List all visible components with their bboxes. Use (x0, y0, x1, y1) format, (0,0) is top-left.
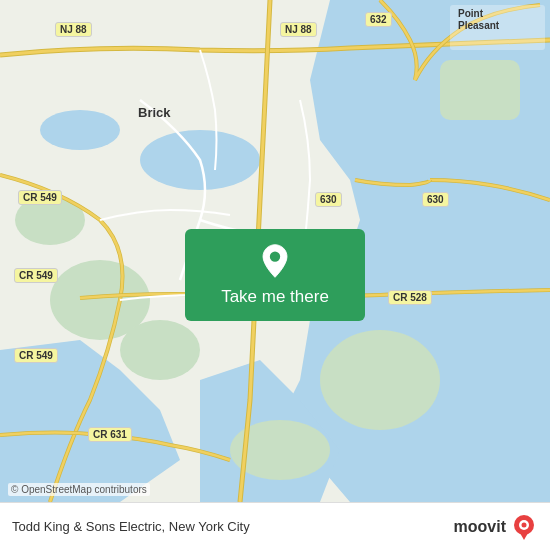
take-me-there-button[interactable]: Take me there (185, 229, 365, 321)
svg-point-8 (320, 330, 440, 430)
town-label-brick: Brick (138, 105, 171, 120)
road-label-nj88-left: NJ 88 (55, 22, 92, 37)
business-name: Todd King & Sons Electric, New York City (12, 519, 250, 534)
road-label-cr549-1: CR 549 (18, 190, 62, 205)
moovit-logo-text: moovit (454, 518, 506, 536)
road-label-cr549-2: CR 549 (14, 268, 58, 283)
road-label-632: 632 (365, 12, 392, 27)
moovit-logo-icon (510, 513, 538, 541)
town-label-point-pleasant: PointPleasant (458, 8, 499, 32)
svg-marker-17 (520, 533, 528, 540)
bottom-bar: Todd King & Sons Electric, New York City… (0, 502, 550, 550)
road-label-nj88-right: NJ 88 (280, 22, 317, 37)
road-label-cr528-right: CR 528 (388, 290, 432, 305)
svg-point-5 (40, 110, 120, 150)
map-pin-icon (257, 243, 293, 279)
svg-rect-11 (440, 60, 520, 120)
svg-point-7 (120, 320, 200, 380)
road-label-630-right: 630 (422, 192, 449, 207)
road-label-cr549-3: CR 549 (14, 348, 58, 363)
map-container: NJ 88 NJ 88 CR 549 CR 549 CR 549 CR 528 … (0, 0, 550, 550)
svg-point-13 (270, 252, 280, 262)
moovit-logo: moovit (454, 513, 538, 541)
cta-button-label: Take me there (221, 287, 329, 307)
svg-point-16 (522, 522, 527, 527)
road-label-630-left: 630 (315, 192, 342, 207)
copyright-text: © OpenStreetMap contributors (8, 483, 150, 496)
road-label-cr631: CR 631 (88, 427, 132, 442)
